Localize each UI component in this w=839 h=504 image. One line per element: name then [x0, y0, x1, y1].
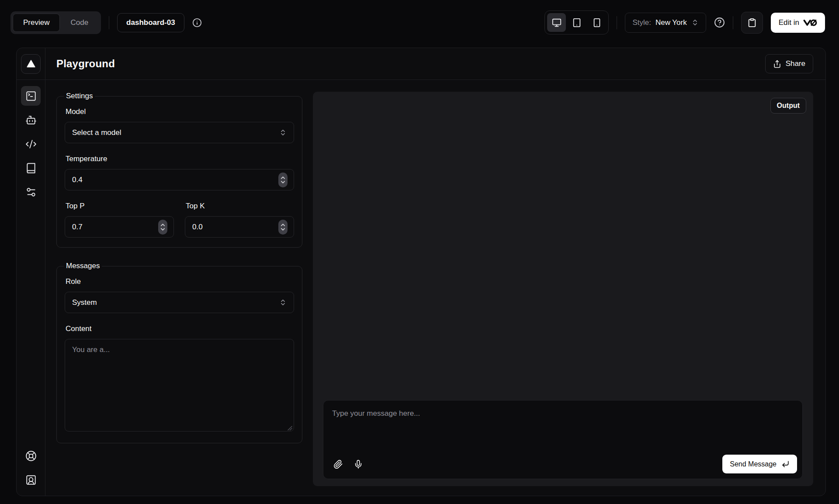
microphone-icon[interactable] — [350, 456, 367, 473]
top-k-label: Top K — [186, 202, 294, 211]
paperclip-icon[interactable] — [329, 456, 347, 473]
number-stepper-icon[interactable] — [158, 220, 167, 235]
v0-logo-icon — [803, 19, 817, 27]
chevrons-up-down-icon — [279, 129, 287, 136]
page-header: Playground Share — [45, 48, 825, 80]
toolbar-divider — [617, 16, 617, 29]
life-buoy-icon[interactable] — [21, 446, 41, 466]
settings-legend: Settings — [64, 92, 95, 100]
top-p-input-field[interactable] — [72, 223, 158, 231]
message-composer: Send Message — [323, 400, 803, 479]
sidebar-header — [17, 48, 45, 80]
style-select-label: Style: — [632, 18, 651, 27]
style-select-value: New York — [655, 18, 687, 27]
edit-in-v0-label: Edit in — [779, 18, 799, 27]
smartphone-icon[interactable] — [587, 13, 606, 32]
square-terminal-icon[interactable] — [21, 86, 41, 106]
share-button[interactable]: Share — [765, 54, 813, 73]
content-grid: Settings Model Select a model Temperatur… — [45, 80, 825, 496]
tab-preview[interactable]: Preview — [13, 14, 60, 32]
book-icon[interactable] — [21, 158, 41, 178]
top-k-input-field[interactable] — [192, 223, 278, 231]
top-toolbar: Preview Code dashboard-03 — [0, 0, 839, 35]
bot-icon[interactable] — [21, 110, 41, 130]
top-k-input[interactable] — [185, 216, 294, 238]
top-p-label: Top P — [66, 202, 174, 211]
app-viewport: Preview Code dashboard-03 — [0, 0, 839, 504]
temperature-input[interactable] — [65, 169, 294, 190]
tablet-icon[interactable] — [567, 13, 586, 32]
content-label: Content — [66, 324, 294, 333]
code-icon[interactable] — [21, 134, 41, 154]
settings-fieldset: Settings Model Select a model Temperatur… — [56, 92, 302, 248]
settings-sliders-icon[interactable] — [21, 182, 41, 202]
temperature-input-field[interactable] — [72, 176, 278, 184]
messages-fieldset: Messages Role System Content — [56, 262, 302, 443]
page-title: Playground — [56, 58, 115, 70]
output-badge: Output — [770, 98, 806, 114]
info-icon[interactable] — [192, 18, 202, 28]
temperature-label: Temperature — [66, 155, 294, 163]
send-message-button[interactable]: Send Message — [722, 455, 797, 473]
vercel-triangle-icon[interactable] — [21, 54, 41, 74]
tab-code[interactable]: Code — [60, 14, 99, 32]
messages-legend: Messages — [64, 262, 102, 270]
content-textarea[interactable] — [65, 339, 294, 432]
sidebar-nav-bottom — [21, 440, 41, 496]
icon-sidebar — [17, 48, 45, 496]
number-stepper-icon[interactable] — [278, 173, 288, 187]
help-icon[interactable] — [714, 17, 725, 28]
role-label: Role — [66, 277, 294, 286]
corner-down-left-icon — [781, 460, 790, 468]
output-panel: Output Send Message — [313, 92, 813, 486]
configuration-column: Settings Model Select a model Temperatur… — [56, 92, 302, 486]
composer-toolbar: Send Message — [327, 455, 797, 473]
toolbar-divider — [733, 16, 733, 29]
preview-code-toggle: Preview Code — [10, 11, 101, 34]
style-select[interactable]: Style: New York — [625, 13, 706, 33]
message-input[interactable] — [327, 404, 797, 455]
monitor-icon[interactable] — [547, 13, 566, 32]
top-p-input[interactable] — [65, 216, 174, 238]
share-button-label: Share — [786, 59, 805, 68]
clipboard-icon[interactable] — [741, 12, 763, 34]
playground-window: Playground Share Settings Model Select a — [16, 48, 826, 496]
square-user-icon[interactable] — [21, 470, 41, 490]
edit-in-v0-button[interactable]: Edit in — [771, 13, 825, 33]
device-preview-toggle — [544, 10, 609, 35]
number-stepper-icon[interactable] — [278, 220, 288, 235]
role-select[interactable]: System — [65, 292, 294, 313]
share-icon — [773, 60, 781, 68]
main-area: Playground Share Settings Model Select a — [45, 48, 825, 496]
toolbar-divider — [109, 16, 109, 29]
model-select[interactable]: Select a model — [65, 122, 294, 143]
chevrons-up-down-icon — [691, 19, 699, 26]
block-name-badge[interactable]: dashboard-03 — [117, 13, 184, 32]
sidebar-nav — [21, 80, 41, 202]
role-select-value: System — [72, 298, 97, 307]
send-message-label: Send Message — [730, 460, 777, 468]
chevrons-up-down-icon — [279, 299, 287, 306]
model-select-value: Select a model — [72, 128, 121, 137]
model-label: Model — [66, 107, 294, 116]
